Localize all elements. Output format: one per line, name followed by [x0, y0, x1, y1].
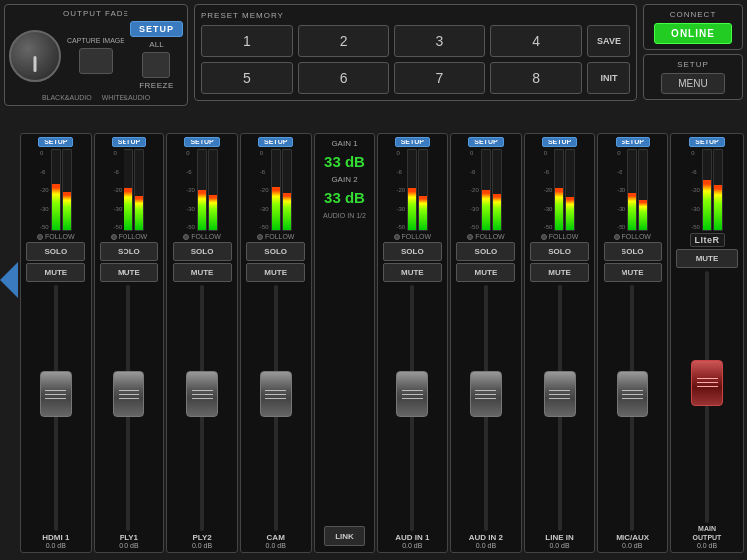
output-fade-knob[interactable] [9, 30, 61, 82]
ch-setup-audin1[interactable]: SETUP [395, 137, 430, 147]
channel-audin2: SETUP 0-6-20-30-50 FOLLOW SOLO [450, 133, 522, 553]
fader-ply1[interactable] [113, 371, 144, 417]
preset-btn-6[interactable]: 6 [298, 62, 389, 94]
mute-ply2[interactable]: MUTE [173, 263, 232, 282]
follow-audin1: FOLLOW [394, 233, 432, 240]
audio-in-label: AUDIO IN 1/2 [323, 211, 366, 220]
gain1-value: 33 dB [324, 153, 365, 170]
fader-main[interactable] [691, 360, 723, 406]
follow-cam: FOLLOW [257, 233, 295, 240]
all-label: ALL [149, 40, 163, 49]
online-button[interactable]: ONLINE [654, 23, 732, 44]
preset-btn-1[interactable]: 1 [201, 25, 293, 57]
fader-hdmi1[interactable] [40, 371, 72, 417]
ch-name-hdmi1: HDMI 1 [42, 533, 69, 542]
ch-name-main: MAINOUTPUT [693, 525, 722, 542]
init-button[interactable]: INIT [587, 62, 630, 94]
solo-hdmi1[interactable]: SOLO [26, 242, 85, 261]
ch-db-ply2: 0.0 dB [192, 542, 212, 549]
capture-button[interactable] [79, 48, 113, 74]
follow-hdmi1: FOLLOW [37, 233, 75, 240]
setup-title: SETUP [677, 60, 709, 69]
ch-db-hdmi1: 0.0 dB [46, 542, 66, 549]
fader-cam[interactable] [260, 371, 292, 417]
fader-audin2[interactable] [470, 371, 502, 417]
white-audio-label[interactable]: WHITE&AUDIO [102, 94, 150, 101]
mute-hdmi1[interactable]: MUTE [26, 263, 85, 282]
channel-audin1: SETUP 0-6-20-30-50 FOLLOW SOLO [377, 133, 449, 553]
ch-setup-hdmi1[interactable]: SETUP [38, 137, 73, 147]
solo-ply2[interactable]: SOLO [173, 242, 232, 261]
ch-setup-audin2[interactable]: SETUP [468, 137, 503, 147]
mute-micaux[interactable]: MUTE [604, 263, 662, 282]
freeze-label: FREEZE [139, 81, 174, 90]
solo-audin2[interactable]: SOLO [456, 242, 515, 261]
solo-ply1[interactable]: SOLO [100, 242, 158, 261]
ch-name-cam: CAM [267, 533, 285, 542]
save-button[interactable]: SAVE [587, 25, 630, 57]
black-audio-label[interactable]: BLACK&AUDIO [42, 94, 92, 101]
ch-setup-linein[interactable]: SETUP [542, 137, 577, 147]
gain1-label: GAIN 1 [331, 140, 357, 148]
ch-name-audin1: AUD IN 1 [395, 533, 429, 542]
connect-title: CONNECT [670, 10, 717, 19]
capture-label: CAPTURE IMAGE [67, 37, 124, 45]
preset-btn-2[interactable]: 2 [298, 25, 389, 57]
preset-btn-5[interactable]: 5 [201, 62, 293, 94]
fader-micaux[interactable] [617, 371, 648, 417]
ch-db-main: 0.0 dB [697, 542, 717, 549]
mute-main[interactable]: MUTE [676, 249, 737, 268]
mute-cam[interactable]: MUTE [246, 263, 305, 282]
follow-micaux: FOLLOW [614, 233, 651, 240]
follow-ply1: FOLLOW [111, 233, 148, 240]
solo-cam[interactable]: SOLO [246, 242, 305, 261]
follow-linein: FOLLOW [541, 233, 579, 240]
ch-name-ply2: PLY2 [192, 533, 211, 542]
preset-title: PRESET MEMORY [201, 11, 630, 20]
gain2-value: 33 dB [324, 189, 365, 206]
fader-audin1[interactable] [396, 371, 428, 417]
fader-linein[interactable] [544, 371, 576, 417]
follow-audin2: FOLLOW [467, 233, 505, 240]
ch-name-micaux: MIC/AUX [616, 533, 649, 542]
menu-button[interactable]: MENU [661, 73, 724, 94]
mute-ply1[interactable]: MUTE [100, 263, 158, 282]
ch-db-audin1: 0.0 dB [402, 542, 422, 549]
mute-audin1[interactable]: MUTE [383, 263, 442, 282]
ch-setup-ply2[interactable]: SETUP [184, 137, 219, 147]
output-fade-label: OUTPUT FADE [63, 9, 129, 18]
ch-setup-ply1[interactable]: SETUP [112, 137, 146, 147]
channel-ply1: SETUP 0-6-20-30-50 FOLLOW SOLO [94, 133, 165, 553]
preset-btn-4[interactable]: 4 [490, 25, 582, 57]
ch-db-linein: 0.0 dB [549, 542, 569, 549]
gain2-label: GAIN 2 [331, 175, 357, 184]
ch-db-micaux: 0.0 dB [622, 542, 642, 549]
channel-linein: SETUP 0-6-20-30-50 FOLLOW SOLO [524, 133, 596, 553]
channel-main-output: SETUP 0-6-20-30-50 LIteR MUTE [670, 133, 744, 553]
ch-setup-main[interactable]: SETUP [689, 137, 724, 147]
channel-cam: SETUP 0-6-20-30-50 FOLLOW SOLO [240, 133, 312, 553]
gain-panel: GAIN 1 33 dB GAIN 2 33 dB AUDIO IN 1/2 L… [314, 133, 375, 553]
solo-audin1[interactable]: SOLO [383, 242, 442, 261]
preset-btn-3[interactable]: 3 [394, 25, 486, 57]
ch-setup-cam[interactable]: SETUP [258, 137, 293, 147]
channel-micaux: SETUP 0-6-20-30-50 FOLLOW SOLO [597, 133, 668, 553]
ch-name-audin2: AUD IN 2 [469, 533, 503, 542]
setup-button-top[interactable]: SETUP [130, 21, 183, 37]
preset-btn-7[interactable]: 7 [394, 62, 486, 94]
follow-ply2: FOLLOW [183, 233, 221, 240]
all-button[interactable] [142, 52, 170, 78]
link-button[interactable]: LINK [324, 526, 366, 546]
fader-ply2[interactable] [186, 371, 218, 417]
preset-btn-8[interactable]: 8 [490, 62, 582, 94]
ch-setup-micaux[interactable]: SETUP [616, 137, 650, 147]
solo-micaux[interactable]: SOLO [604, 242, 662, 261]
limiter-button[interactable]: LIteR [690, 233, 725, 247]
solo-linein[interactable]: SOLO [530, 242, 589, 261]
ch-name-ply1: PLY1 [120, 533, 138, 542]
channel-hdmi1: SETUP 0-6-20-30-50 FOLLOW SOLO [20, 133, 92, 553]
mute-linein[interactable]: MUTE [530, 263, 589, 282]
ch-name-linein: LINE IN [545, 533, 573, 542]
mute-audin2[interactable]: MUTE [456, 263, 515, 282]
channel-ply2: SETUP 0-6-20-30-50 FOLLOW SOLO [166, 133, 238, 553]
